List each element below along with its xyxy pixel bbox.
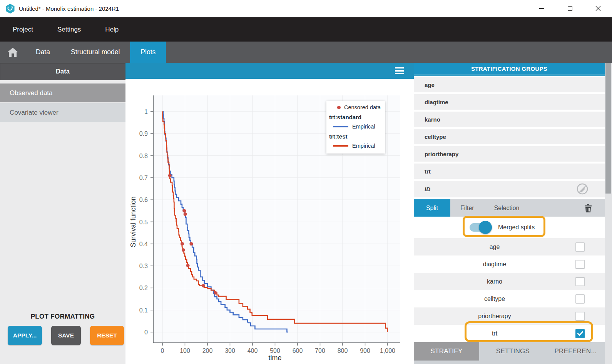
tab-structural-model[interactable]: Structural model — [60, 42, 130, 63]
test-line-swatch — [333, 145, 348, 147]
y-tick-label: 0.8 — [139, 153, 148, 159]
plot-formatting-title: PLOT FORMATTING — [0, 313, 125, 321]
tab-settings[interactable]: SETTINGS — [479, 342, 547, 361]
x-tick-label: 100 — [180, 347, 190, 354]
legend-series-standard: Empirical — [326, 124, 385, 130]
split-row-celltype[interactable]: celltype — [414, 290, 605, 307]
y-tick-label: 0.6 — [139, 197, 148, 203]
checkbox-diagtime[interactable] — [575, 260, 585, 269]
id-label: ID — [425, 186, 430, 192]
covariate-row-celltype[interactable]: celltype — [414, 129, 605, 144]
split-row-trt[interactable]: trt — [414, 325, 605, 342]
menu-help[interactable]: Help — [105, 26, 119, 33]
tab-preferences[interactable]: PREFEREN... — [547, 342, 605, 361]
stratification-panel: STRATIFICATION GROUPS age diagtime karno… — [414, 63, 605, 364]
legend-censored-label: Censored data — [344, 104, 381, 110]
x-tick-label: 300 — [225, 347, 235, 354]
censored-point — [168, 174, 172, 177]
x-tick-label: 0 — [161, 347, 164, 354]
plot-menu-icon[interactable] — [395, 67, 404, 75]
y-tick-label: 0.7 — [139, 175, 148, 181]
x-tick-label: 600 — [293, 347, 303, 354]
split-row-age[interactable]: age — [414, 238, 605, 255]
split-label-diagtime: diagtime — [414, 261, 575, 268]
covariate-row-karno[interactable]: karno — [414, 112, 605, 127]
menu-settings[interactable]: Settings — [57, 26, 81, 33]
y-tick-label: 0.4 — [139, 241, 148, 247]
censored-point — [186, 264, 190, 267]
close-icon — [595, 6, 601, 11]
censored-dot-icon — [337, 106, 341, 109]
tab-stratify[interactable]: STRATIFY — [414, 342, 479, 361]
tab-split[interactable]: Split — [414, 199, 450, 217]
check-icon — [577, 331, 583, 336]
x-tick-label: 400 — [247, 347, 258, 354]
maximize-button[interactable] — [556, 0, 584, 17]
merged-splits-toggle[interactable] — [470, 223, 489, 232]
y-tick-label: 0.2 — [139, 285, 148, 291]
reset-button[interactable]: RESET — [90, 326, 124, 345]
checkbox-celltype[interactable] — [575, 294, 585, 304]
censored-point — [189, 242, 193, 245]
title-bar: Untitled* - Monolix estimation - 2024R1 — [0, 0, 612, 17]
covariate-row-trt[interactable]: trt — [414, 164, 605, 179]
tab-filter[interactable]: Filter — [450, 199, 484, 217]
stratification-header: STRATIFICATION GROUPS — [414, 63, 605, 74]
home-tab[interactable] — [0, 42, 25, 63]
x-tick-label: 200 — [202, 347, 213, 354]
y-tick-label: 0.5 — [139, 219, 148, 225]
split-row-diagtime[interactable]: diagtime — [414, 255, 605, 273]
checkbox-age[interactable] — [575, 242, 585, 252]
save-button[interactable]: SAVE — [51, 326, 81, 345]
legend-censored-row: Censored data — [326, 104, 385, 110]
toggle-knob — [479, 221, 492, 234]
apply-button[interactable]: APPLY... — [8, 326, 42, 345]
tab-selection[interactable]: Selection — [484, 199, 530, 217]
x-tick-label: 1,000 — [380, 347, 395, 354]
scrollbar-thumb[interactable] — [605, 63, 611, 194]
legend-series-test: Empirical — [326, 143, 385, 149]
split-label-karno: karno — [414, 278, 575, 285]
x-tick-label: 800 — [338, 347, 348, 354]
plot-header-bar — [125, 63, 414, 79]
covariate-row-age[interactable]: age — [414, 77, 605, 92]
maximize-icon — [568, 6, 572, 11]
covariate-row-priortherapy[interactable]: priortherapy — [414, 146, 605, 162]
checkbox-priortherapy[interactable] — [575, 312, 585, 321]
plot-area: 01002003004005006007008009001,00000.10.2… — [125, 63, 414, 364]
close-button[interactable] — [584, 0, 612, 17]
x-tick-label: 700 — [315, 347, 325, 354]
split-filter-selection-tabs: Split Filter Selection — [414, 199, 605, 217]
x-tick-label: 500 — [270, 347, 280, 354]
split-label-age: age — [414, 244, 575, 250]
stratification-header-strip — [414, 74, 605, 76]
legend-empirical-standard: Empirical — [352, 124, 375, 130]
sidebar-item-covariate-viewer[interactable]: Covariate viewer — [0, 103, 125, 122]
tab-data[interactable]: Data — [25, 42, 60, 63]
plots-sidebar: Data Observed data Covariate viewer PLOT… — [0, 63, 125, 364]
x-axis-title: time — [268, 354, 281, 362]
minimize-button[interactable] — [528, 0, 556, 17]
split-row-karno[interactable]: karno — [414, 273, 605, 290]
censored-point — [182, 248, 185, 252]
panel-filler — [414, 361, 605, 364]
window-title: Untitled* - Monolix estimation - 2024R1 — [19, 5, 119, 12]
trash-icon[interactable] — [584, 204, 592, 213]
y-tick-label: 1 — [144, 109, 148, 115]
id-row[interactable]: ID — [414, 181, 605, 197]
sidebar-header: Data — [0, 63, 125, 80]
menu-project[interactable]: Project — [13, 26, 33, 33]
checkbox-trt[interactable] — [575, 329, 585, 338]
tab-plots[interactable]: Plots — [130, 42, 166, 63]
y-tick-label: 0.3 — [139, 263, 148, 269]
panel-scrollbar[interactable] — [605, 63, 612, 364]
checkbox-karno[interactable] — [575, 277, 585, 286]
merged-splits-label: Merged splits — [498, 224, 535, 231]
monolix-logo-icon — [5, 3, 15, 14]
split-row-priortherapy[interactable]: priortherapy — [414, 307, 605, 325]
split-label-priortherapy: priortherapy — [414, 313, 575, 320]
chart-legend: Censored data trt:standard Empirical trt… — [326, 101, 385, 154]
covariate-row-diagtime[interactable]: diagtime — [414, 94, 605, 110]
sidebar-item-observed-data[interactable]: Observed data — [0, 83, 125, 102]
merged-splits-row: Merged splits — [414, 217, 605, 238]
